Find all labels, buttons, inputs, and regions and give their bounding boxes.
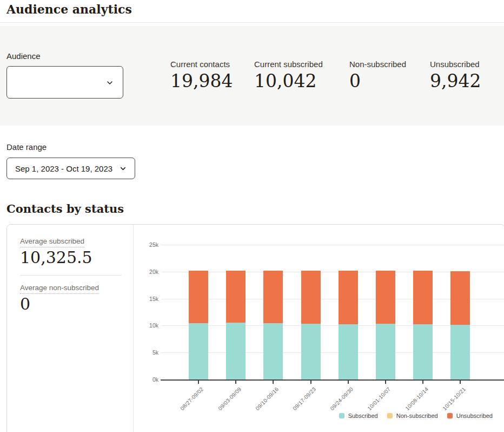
y-axis-tick-label: 25k xyxy=(135,241,158,248)
y-axis-tick-label: 20k xyxy=(135,269,158,275)
legend-label: Non-subscribed xyxy=(396,413,438,419)
gridline-25k xyxy=(161,245,504,245)
y-axis-tick-label: 10k xyxy=(135,322,158,329)
x-axis-label-text: 08/27-09/02 xyxy=(180,386,205,411)
legend-label: Subscribed xyxy=(348,413,378,419)
chevron-down-icon xyxy=(119,165,127,173)
legend-swatch-icon xyxy=(447,413,453,418)
chevron-down-icon xyxy=(105,78,114,87)
stat-current-contacts: Current contacts 19,984 xyxy=(170,60,233,91)
bar-segment-unsubscribed-09/03-09/09 xyxy=(226,271,246,323)
stat-value: 9,942 xyxy=(430,71,481,91)
legend-item-subscribed[interactable]: Subscribed xyxy=(339,413,378,419)
page-title: Audience analytics xyxy=(6,2,132,16)
x-axis-label-text: 09/03-09/09 xyxy=(217,386,242,411)
legend-swatch-icon xyxy=(339,413,344,418)
x-axis-tick xyxy=(422,381,423,384)
y-axis-tick-label: 5k xyxy=(135,349,158,356)
contacts-by-status-chart: 0k5k10k15k20k25k08/27-09/0209/03-09/0909… xyxy=(7,225,504,432)
legend-item-unsubscribed[interactable]: Unsubscribed xyxy=(447,413,493,419)
x-axis-label-text: 10/15-10/21 xyxy=(441,386,467,411)
date-range-label: Date range xyxy=(6,142,47,152)
x-axis-tick xyxy=(198,381,199,384)
stat-label: Unsubscribed xyxy=(430,60,481,69)
bar-segment-unsubscribed-10/08-10/14 xyxy=(413,271,433,324)
x-axis-tick xyxy=(348,381,349,384)
x-axis-tick xyxy=(235,381,236,384)
audience-select[interactable] xyxy=(6,66,123,99)
x-axis-tick xyxy=(460,381,461,384)
bar-segment-subscribed-10/15-10/21 xyxy=(450,325,470,379)
bar-segment-unsubscribed-09/10-09/16 xyxy=(263,271,283,323)
bar-segment-subscribed-09/10-09/16 xyxy=(263,323,283,379)
legend-label: Unsubscribed xyxy=(456,413,493,419)
legend-swatch-icon xyxy=(387,413,393,418)
audience-field-label: Audience xyxy=(6,51,41,61)
chart-legend: SubscribedNon-subscribedUnsubscribed xyxy=(339,413,493,419)
stat-current-subscribed: Current subscribed 10,042 xyxy=(254,60,323,91)
stat-label: Current subscribed xyxy=(254,60,323,69)
x-axis-line xyxy=(161,379,504,381)
x-axis-tick xyxy=(385,381,386,384)
bar-segment-unsubscribed-10/15-10/21 xyxy=(450,271,470,325)
bar-segment-unsubscribed-08/27-09/02 xyxy=(189,271,208,323)
bar-segment-unsubscribed-09/17-09/23 xyxy=(301,271,321,324)
x-axis-label-text: 09/10-09/16 xyxy=(254,386,280,411)
page-header: Audience analytics xyxy=(0,0,504,23)
section-title-contacts-by-status: Contacts by status xyxy=(6,202,124,215)
stat-value: 0 xyxy=(349,71,406,91)
bar-segment-subscribed-10/08-10/14 xyxy=(413,324,433,379)
stat-value: 10,042 xyxy=(254,71,323,91)
x-axis-tick xyxy=(273,381,274,384)
legend-item-non-subscribed[interactable]: Non-subscribed xyxy=(387,413,438,419)
audience-analytics-page: Audience analytics Audience Current cont… xyxy=(0,0,504,432)
bar-segment-subscribed-10/01-10/07 xyxy=(376,324,395,379)
x-axis-label-text: 10/01-10/07 xyxy=(367,386,392,411)
x-axis-label-text: 09/24-09/30 xyxy=(329,386,354,411)
bar-segment-unsubscribed-09/24-09/30 xyxy=(339,271,358,324)
x-axis-label-text: 09/17-09/23 xyxy=(291,386,317,411)
bar-segment-subscribed-09/03-09/09 xyxy=(226,323,246,379)
x-axis-tick xyxy=(310,381,311,384)
date-range-select[interactable]: Sep 1, 2023 - Oct 19, 2023 xyxy=(6,158,135,179)
x-axis-label-text: 10/08-10/14 xyxy=(404,386,429,411)
stat-label: Current contacts xyxy=(170,60,233,69)
bar-segment-subscribed-08/27-09/02 xyxy=(189,323,208,379)
stat-label: Non-subscribed xyxy=(349,60,406,69)
y-axis-tick-label: 15k xyxy=(135,296,158,302)
stat-value: 19,984 xyxy=(170,71,233,91)
bar-segment-unsubscribed-10/01-10/07 xyxy=(376,271,395,324)
bar-segment-subscribed-09/24-09/30 xyxy=(339,324,358,379)
stat-unsubscribed: Unsubscribed 9,942 xyxy=(430,60,481,91)
bar-segment-subscribed-09/17-09/23 xyxy=(301,324,321,379)
contacts-by-status-card: Average subscribed 10,325.5 Average non-… xyxy=(6,224,504,432)
y-axis-tick-label: 0k xyxy=(135,376,158,383)
audience-overview-section: Audience Current contacts 19,984 Current… xyxy=(0,26,504,126)
date-range-value: Sep 1, 2023 - Oct 19, 2023 xyxy=(15,164,112,173)
stat-non-subscribed: Non-subscribed 0 xyxy=(349,60,406,91)
